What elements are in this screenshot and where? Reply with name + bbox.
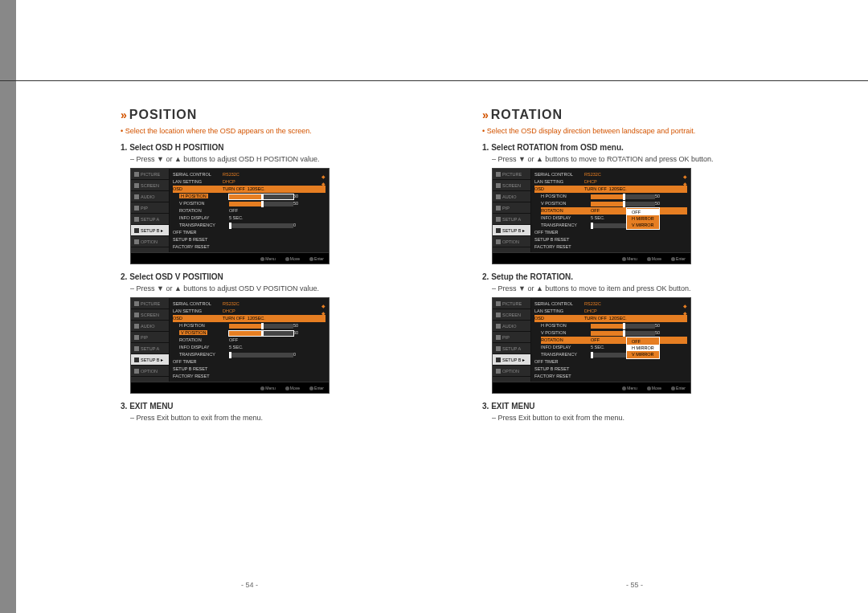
step-desc: Press ▼ or ▲ buttons to adjust OSD H POS…: [130, 155, 434, 163]
left-column: » POSITION Select the location where the…: [121, 108, 434, 430]
right-column: » ROTATION Select the OSD display direct…: [482, 108, 796, 430]
step-2r: 2. Setup the ROTATION. Press ▼ or ▲ butt…: [482, 272, 796, 394]
step-desc: Press Exit button to exit from the menu.: [130, 414, 434, 422]
step-3: 3. EXIT MENU Press Exit button to exit f…: [121, 402, 434, 422]
step-1: 1. Select OSD H POSITIION Press ▼ or ▲ b…: [121, 143, 434, 264]
title-text: ROTATION: [491, 108, 563, 122]
step-head: 1. Select ROTATION from OSD menu.: [482, 143, 796, 152]
step-desc: Press Exit button to exit from the menu.: [492, 414, 796, 422]
osd-screenshot-vpos: PICTURESCREENAUDIOPIPSETUP ASETUP B ▸OPT…: [130, 297, 330, 394]
step-head: 2. Setup the ROTATION.: [482, 272, 796, 281]
step-head: 3. EXIT MENU: [482, 402, 796, 411]
step-head: 2. Select OSD V POSITIION: [121, 272, 434, 281]
chevron-icon: »: [121, 108, 125, 121]
step-head: 1. Select OSD H POSITIION: [121, 143, 434, 152]
step-desc: Press ▼ or ▲ buttons to adjust OSD V POS…: [130, 284, 434, 292]
step-1r: 1. Select ROTATION from OSD menu. Press …: [482, 143, 796, 264]
step-3r: 3. EXIT MENU Press Exit button to exit f…: [482, 402, 796, 422]
chevron-icon: »: [482, 108, 486, 121]
page-number-left: - 54 -: [241, 581, 258, 589]
content: » POSITION Select the location where the…: [16, 0, 868, 430]
osd-screenshot-rotation: PICTURESCREENAUDIOPIPSETUP ASETUP B ▸OPT…: [492, 168, 691, 264]
step-desc: Press ▼ or ▲ buttons to move to item and…: [492, 284, 796, 292]
section-subtitle: Select the OSD display direction between…: [482, 127, 796, 135]
section-title-position: » POSITION: [121, 108, 434, 122]
section-title-rotation: » ROTATION: [482, 108, 796, 122]
step-head: 3. EXIT MENU: [121, 402, 434, 411]
osd-screenshot-hpos: PICTURESCREENAUDIOPIPSETUP ASETUP B ▸OPT…: [130, 168, 330, 264]
step-desc: Press ▼ or ▲ buttons to move to ROTATION…: [492, 155, 796, 163]
page-number-right: - 55 -: [626, 581, 643, 589]
title-text: POSITION: [129, 108, 197, 122]
divider: [0, 80, 868, 81]
osd-screenshot-rotation-dd: PICTURESCREENAUDIOPIPSETUP ASETUP B ▸OPT…: [492, 297, 691, 394]
step-2: 2. Select OSD V POSITIION Press ▼ or ▲ b…: [121, 272, 434, 394]
section-subtitle: Select the location where the OSD appear…: [121, 127, 434, 135]
manual-page: » POSITION Select the location where the…: [0, 0, 868, 613]
